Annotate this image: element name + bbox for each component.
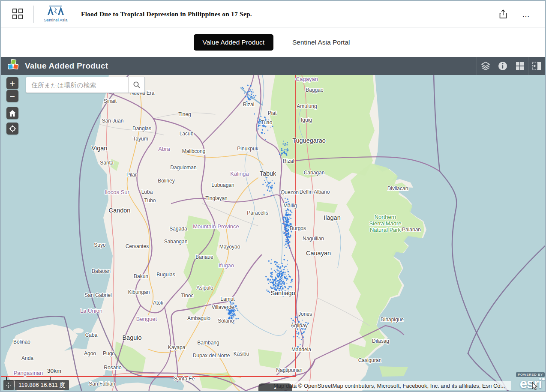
map-label: Tinoc <box>181 293 194 299</box>
map-label: Divilacan <box>387 186 408 192</box>
esri-logo[interactable]: POWERED BY esri <box>516 370 545 391</box>
map-label: Piat <box>268 110 277 116</box>
map-label: Mayoyao <box>219 244 240 250</box>
map-label: Suyo <box>94 242 106 248</box>
map-label: Luba <box>141 189 153 195</box>
map-label: Delfin Albano <box>300 189 330 195</box>
map-label: Rosario <box>104 365 122 371</box>
map-label: Boliney <box>158 178 174 184</box>
map-label: Kalinga <box>230 171 249 177</box>
map-label: Atok <box>153 300 164 306</box>
map-label: Agoo <box>84 350 96 356</box>
search-input[interactable] <box>26 77 128 93</box>
layers-icon[interactable] <box>477 57 494 75</box>
map-label: Iguig <box>301 117 312 123</box>
map-label: Baguio <box>122 334 141 341</box>
map-label: Paracelis <box>247 210 268 216</box>
tab-value-added-product[interactable]: Value Added Product <box>194 34 274 51</box>
map-label: Lamut <box>220 296 235 302</box>
map-label: Pinukpuk <box>237 146 258 152</box>
map-label: Anda <box>21 355 33 361</box>
map-label: Casiguran <box>358 357 382 363</box>
map-label: Danglas <box>132 126 151 132</box>
map-label: Candon <box>109 207 131 214</box>
locate-icon[interactable] <box>6 123 18 135</box>
map-label: Sagada <box>169 226 187 232</box>
map-label: Asipulo <box>196 285 213 291</box>
map-label: Ambaguio <box>187 315 210 321</box>
home-button[interactable] <box>6 107 18 119</box>
map-label: Palanan <box>402 227 421 233</box>
map-label: Dupax del Norte <box>193 353 230 359</box>
map-label: Sabangan <box>164 239 188 245</box>
share-icon[interactable] <box>497 8 509 21</box>
map-label: Amulung <box>297 103 317 109</box>
map-label: Mallig <box>283 203 297 209</box>
page-title: Flood Due to Tropical Depression in Phil… <box>81 10 252 18</box>
app-window: Sentinel Asia Flood Due to Tropical Depr… <box>0 0 546 392</box>
map-label: Ilagan <box>324 214 341 221</box>
map-label: San Juan <box>102 118 124 124</box>
view-switcher: Value Added Product Sentinel Asia Portal <box>1 27 545 57</box>
map-label: Pilar <box>126 172 137 178</box>
scale-label: 30km <box>47 368 61 374</box>
map-label: Villaverde <box>212 304 234 310</box>
map-label: Lacub <box>180 131 194 137</box>
map-toolbar-tools <box>477 57 545 75</box>
map-label: Burgos <box>290 225 306 231</box>
map-label: Sinait <box>104 98 117 104</box>
map-label: Quezon <box>281 189 299 195</box>
map-toolbar-title: Value Added Product <box>25 61 108 71</box>
map-label: Solano <box>218 318 234 324</box>
sentinel-asia-logo[interactable]: Sentinel Asia <box>42 6 69 22</box>
map-label: Abra <box>158 146 170 152</box>
map-label: Rizal <box>243 102 255 108</box>
basemap-grid-icon[interactable] <box>511 57 528 75</box>
map-label: Tuguegarao <box>292 137 326 144</box>
map-canvas[interactable]: BadocNueva EraSinaitRizalSan JuanTinegPi… <box>1 75 546 392</box>
map-label: Jones <box>298 311 312 317</box>
map-label: Cervantes <box>126 243 149 249</box>
map-label: Benguet <box>136 316 157 322</box>
park-label: Sierra Madre <box>369 220 401 227</box>
more-options-icon[interactable]: … <box>520 10 532 18</box>
map-label: Santa <box>100 160 114 166</box>
search-icon[interactable] <box>128 77 144 93</box>
map-label: Kibungan <box>128 289 150 295</box>
attribution-toggle-icon[interactable]: ▲ <box>258 383 292 392</box>
map-label: Dinapigue <box>381 317 404 323</box>
esri-logo-text: esri <box>520 376 542 391</box>
map-label: Kasibu <box>234 351 249 357</box>
map-label: Buguias <box>156 272 175 278</box>
map-label: Ifugao <box>219 262 234 269</box>
tab-sentinel-asia-portal[interactable]: Sentinel Asia Portal <box>290 38 352 47</box>
map-label: Pangasinan <box>14 370 43 376</box>
map-label: Tubo <box>144 197 156 203</box>
map-label: Lubuagan <box>211 182 234 188</box>
zoom-out-button[interactable]: − <box>6 90 18 102</box>
vap-cubes-icon <box>7 59 20 73</box>
search-widget <box>26 77 145 93</box>
app-launcher-icon[interactable] <box>12 9 24 20</box>
crosshair-icon[interactable] <box>3 380 14 390</box>
top-header: Sentinel Asia Flood Due to Tropical Depr… <box>1 1 545 27</box>
map-label: Naguilian <box>303 236 324 242</box>
map-label: Balaoan <box>92 268 111 274</box>
map-label: Rizal <box>283 158 294 164</box>
sentinel-asia-logo-text: Sentinel Asia <box>44 18 68 22</box>
map-label: Cabagan <box>304 170 325 176</box>
map-label: Tayum <box>133 136 148 142</box>
info-icon[interactable] <box>494 57 511 75</box>
collapse-panel-icon[interactable] <box>528 57 545 75</box>
zoom-in-button[interactable]: + <box>6 77 18 89</box>
map-label: Bolinao <box>13 339 30 345</box>
map-label: Aglipay <box>291 323 307 329</box>
map-label: Maddela <box>291 347 311 353</box>
map-label: Tinglayan <box>205 195 228 201</box>
park-label: Natural Park <box>370 227 401 233</box>
map-label: Ilocos Sur <box>105 189 129 195</box>
map-label: La Union <box>80 308 102 314</box>
map-label: Tineg <box>178 111 191 117</box>
map-label: Bakun <box>134 273 148 279</box>
coordinates-value: 119.886 16.611 度 <box>15 380 69 390</box>
